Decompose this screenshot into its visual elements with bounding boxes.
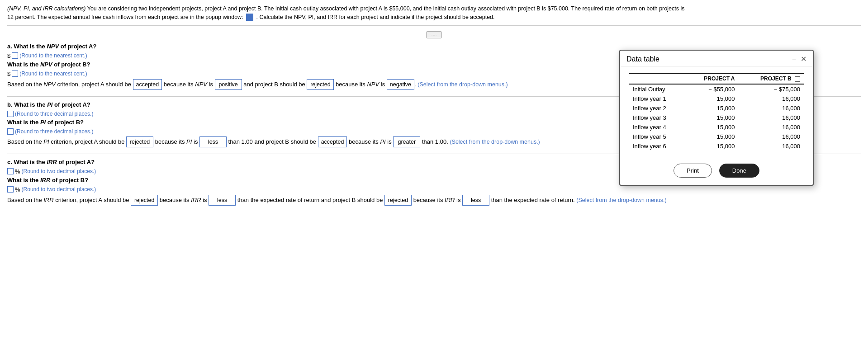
dollar-sign-a: $	[7, 52, 10, 59]
npv-b-hint: (Round to the nearest cent.)	[19, 70, 87, 77]
npv-b-checkbox[interactable]	[12, 70, 18, 77]
grid-icon-wrapper[interactable]	[246, 14, 253, 21]
data-table-popup: Data table − ✕ PROJECT A PROJECT B	[619, 50, 814, 186]
table-cell-label: Inflow year 4	[629, 122, 686, 132]
pi-a-hint: (Round to three decimal places.)	[15, 111, 93, 117]
irr-em-a: IRR	[47, 159, 57, 165]
npv-em-a: NPV	[47, 43, 59, 50]
table-cell-a: 15,000	[686, 122, 739, 132]
npv-em-b: NPV	[40, 61, 52, 68]
irr-a-decision-box[interactable]: rejected	[131, 195, 158, 206]
popup-close-button[interactable]: ✕	[801, 56, 806, 63]
popup-title: Data table	[626, 55, 659, 63]
section-a-label: a. What is the NPV of project A?	[7, 43, 861, 50]
irr-a-hint: (Round to two decimal places.)	[22, 168, 96, 174]
table-cell-label: Inflow year 5	[629, 132, 686, 141]
table-cell-b: − $75,000	[739, 84, 804, 94]
table-row: Inflow year 215,00016,000	[629, 103, 804, 113]
irr-b-hint: (Round to two decimal places.)	[22, 186, 96, 193]
table-cell-b: 16,000	[739, 94, 804, 103]
npv-a-status-box[interactable]: positive	[215, 79, 242, 90]
table-cell-label: Inflow year 6	[629, 141, 686, 151]
table-row: Initial Outlay− $55,000− $75,000	[629, 84, 804, 94]
col-header-b: PROJECT B	[739, 73, 804, 84]
pi-b-hint: (Round to three decimal places.)	[15, 128, 93, 135]
data-table: PROJECT A PROJECT B Initial Outlay− $55,…	[629, 73, 804, 151]
irr-dropdown-link[interactable]: (Select from the drop-down menus.)	[576, 197, 666, 203]
table-cell-label: Inflow year 1	[629, 94, 686, 103]
pi-b-decision-box[interactable]: accepted	[318, 136, 347, 147]
table-row: Inflow year 515,00016,000	[629, 132, 804, 141]
irr-em-b: IRR	[40, 177, 50, 183]
table-cell-b: 16,000	[739, 113, 804, 122]
pi-b-checkbox[interactable]	[7, 128, 14, 135]
npv-a-hint: (Round to the nearest cent.)	[19, 52, 87, 59]
table-body: Initial Outlay− $55,000− $75,000Inflow y…	[629, 84, 804, 151]
dollar-sign-b: $	[7, 70, 10, 77]
npv-a-checkbox[interactable]	[12, 52, 18, 59]
npv-dropdown-link[interactable]: (Select from the drop-down menus.)	[417, 81, 508, 88]
intro-end: . Calculate the NPV, PI, and IRR for eac…	[256, 14, 495, 20]
popup-controls: − ✕	[792, 56, 806, 63]
pi-a-checkbox[interactable]	[7, 111, 14, 117]
table-cell-a: 15,000	[686, 132, 739, 141]
pi-em-b: PI	[40, 119, 46, 126]
npv-a-decision-box[interactable]: accepted	[133, 79, 162, 90]
popup-header: Data table − ✕	[620, 51, 813, 66]
pi-a-status-box[interactable]: less	[199, 136, 227, 147]
col-header-label	[629, 73, 686, 84]
intro-text: (NPV, PI, and IRR calculations) You are …	[7, 5, 686, 22]
main-layout: a. What is the NPV of project A? $ (Roun…	[7, 43, 861, 212]
table-cell-b: 16,000	[739, 132, 804, 141]
npv-b-decision-box[interactable]: rejected	[307, 79, 334, 90]
expand-button[interactable]: ····	[426, 31, 441, 38]
col-header-a: PROJECT A	[686, 73, 739, 84]
irr-sentence: Based on the IRR criterion, project A sh…	[7, 195, 861, 206]
expand-bar: ····	[7, 31, 861, 38]
table-row: Inflow year 315,00016,000	[629, 113, 804, 122]
copy-icon[interactable]	[795, 76, 800, 82]
table-cell-a: 15,000	[686, 113, 739, 122]
popup-footer: Print Done	[620, 157, 813, 185]
irr-b-status-box[interactable]: less	[462, 195, 489, 206]
done-button[interactable]: Done	[719, 164, 759, 178]
table-header-row: PROJECT A PROJECT B	[629, 73, 804, 84]
top-divider	[7, 25, 861, 26]
popup-minimize-button[interactable]: −	[792, 56, 796, 63]
table-cell-a: 15,000	[686, 103, 739, 113]
table-cell-label: Initial Outlay	[629, 84, 686, 94]
intro-italic: (NPV, PI, and IRR calculations)	[7, 5, 85, 12]
pi-em-a: PI	[47, 101, 52, 108]
pi-dropdown-link[interactable]: (Select from the drop-down menus.)	[450, 139, 540, 145]
print-button[interactable]: Print	[674, 164, 712, 178]
irr-a-status-box[interactable]: less	[209, 195, 236, 206]
pi-b-status-box[interactable]: greater	[393, 136, 420, 147]
table-row: Inflow year 415,00016,000	[629, 122, 804, 132]
popup-body: PROJECT A PROJECT B Initial Outlay− $55,…	[620, 66, 813, 157]
table-cell-a: 15,000	[686, 141, 739, 151]
table-cell-b: 16,000	[739, 141, 804, 151]
table-cell-a: 15,000	[686, 94, 739, 103]
table-row: Inflow year 115,00016,000	[629, 94, 804, 103]
irr-b-checkbox[interactable]	[7, 186, 14, 193]
table-cell-b: 16,000	[739, 122, 804, 132]
table-cell-b: 16,000	[739, 103, 804, 113]
pi-a-decision-box[interactable]: rejected	[126, 136, 153, 147]
table-cell-a: − $55,000	[686, 84, 739, 94]
irr-b-decision-box[interactable]: rejected	[384, 195, 412, 206]
irr-b-input-row: % (Round to two decimal places.)	[7, 186, 861, 193]
table-cell-label: Inflow year 2	[629, 103, 686, 113]
table-cell-label: Inflow year 3	[629, 113, 686, 122]
npv-b-status-box[interactable]: negative	[387, 79, 414, 90]
table-row: Inflow year 615,00016,000	[629, 141, 804, 151]
irr-a-checkbox[interactable]	[7, 168, 14, 174]
